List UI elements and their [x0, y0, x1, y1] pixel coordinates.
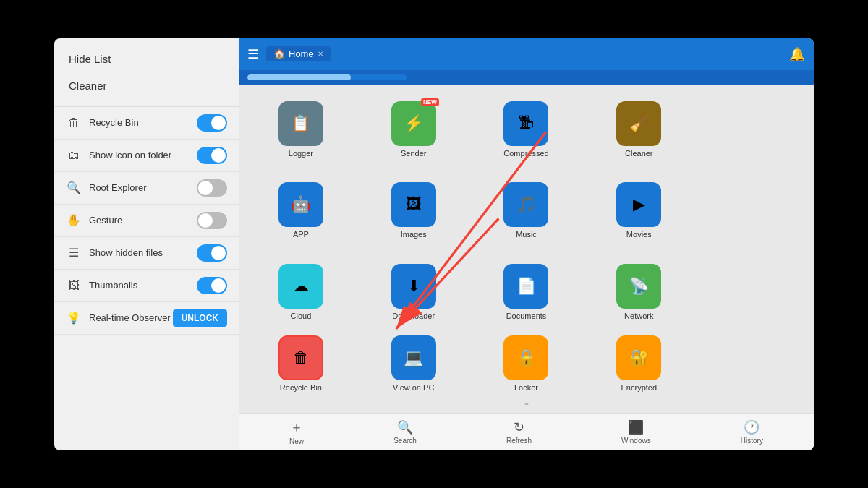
recycle-bin-app-icon: 🗑 — [278, 335, 323, 380]
app-item-sender[interactable]: ⚡ NEW Sender — [360, 92, 467, 168]
app-item-recycle[interactable]: 🗑 Recycle Bin — [247, 335, 354, 392]
root-explorer-toggle[interactable] — [197, 179, 227, 197]
logger-label: Logger — [289, 149, 313, 158]
sender-label: Sender — [401, 149, 426, 158]
new-label: New — [289, 437, 304, 445]
compressed-icon: 🗜 — [503, 101, 548, 146]
documents-icon: 📄 — [503, 264, 548, 309]
app-item-movies[interactable]: ▶ Movies — [585, 173, 692, 249]
bottom-item-refresh[interactable]: ↻ Refresh — [506, 419, 532, 445]
network-label: Network — [624, 312, 653, 320]
documents-label: Documents — [506, 312, 547, 320]
refresh-label: Refresh — [506, 437, 532, 445]
gesture-label: Gesture — [89, 215, 122, 226]
sidebar-item-recycle-bin: 🗑 Recycle Bin — [54, 107, 239, 140]
app-item-cloud[interactable]: ☁ Cloud — [247, 254, 354, 330]
thumbnails-toggle[interactable] — [197, 277, 227, 294]
history-label: History — [741, 437, 763, 445]
bottom-item-windows[interactable]: ⬛ Windows — [621, 419, 651, 445]
show-hidden-files-icon: ☰ — [66, 245, 82, 261]
show-icon-folder-toggle[interactable] — [197, 147, 227, 164]
gesture-toggle[interactable] — [197, 212, 227, 229]
movies-icon: ▶ — [616, 182, 661, 227]
hamburger-menu-icon[interactable]: ☰ — [247, 46, 259, 62]
app-item-logger[interactable]: 📋 Logger — [247, 92, 354, 168]
sidebar-item-left: 🗂 Show icon on folder — [66, 147, 171, 163]
root-explorer-label: Root Explorer — [89, 182, 146, 193]
app-item-music[interactable]: 🎵 Music — [473, 173, 580, 249]
sidebar-cleaner[interactable]: Cleaner — [54, 72, 239, 99]
sidebar-item-left: 💡 Real-time Observer — [66, 310, 171, 326]
recycle-bin-app-label: Recycle Bin — [280, 383, 322, 392]
app-item-viewonpc[interactable]: 💻 View on PC — [360, 335, 467, 392]
refresh-icon: ↻ — [514, 419, 524, 435]
downloader-icon: ⬇ — [391, 264, 436, 309]
sidebar-item-thumbnails: 🖼 Thumbnails — [54, 270, 239, 302]
logger-icon: 📋 — [278, 101, 323, 146]
app-icon: 🤖 — [278, 182, 323, 227]
search-icon: 🔍 — [397, 419, 413, 435]
app-item-compressed[interactable]: 🗜 Compressed — [473, 92, 580, 168]
sidebar-item-left: ✋ Gesture — [66, 213, 122, 228]
recycle-bin-label: Recycle Bin — [89, 117, 139, 128]
main-area: ☰ 🏠 Home ✕ 🔔 📋 Logger — [239, 38, 814, 450]
app-item-images[interactable]: 🖼 Images — [360, 173, 467, 249]
apps-grid: 📋 Logger ⚡ NEW Sender 🗜 Compressed — [239, 85, 814, 400]
recycle-bin-toggle[interactable] — [197, 114, 227, 132]
sidebar-item-left: ☰ Show hidden files — [66, 245, 163, 261]
locker-label: Locker — [514, 383, 538, 392]
show-hidden-files-label: Show hidden files — [89, 247, 163, 258]
windows-label: Windows — [621, 437, 651, 445]
sidebar: Hide List Cleaner 🗑 Recycle Bin 🗂 Show i… — [54, 38, 239, 450]
progress-bar-background — [247, 74, 407, 80]
encrypted-icon: 🔐 — [616, 335, 661, 380]
show-hidden-files-toggle[interactable] — [197, 244, 227, 262]
sidebar-item-show-hidden-files: ☰ Show hidden files — [54, 237, 239, 270]
realtime-observer-label: Real-time Observer — [89, 312, 171, 323]
sidebar-hide-list[interactable]: Hide List — [54, 46, 239, 72]
cloud-icon: ☁ — [278, 264, 323, 309]
viewonpc-icon: 💻 — [391, 335, 436, 380]
thumbnails-label: Thumbnails — [89, 280, 137, 291]
app-item-cleaner[interactable]: 🧹 Cleaner — [585, 92, 692, 168]
thumbnails-icon: 🖼 — [66, 278, 82, 294]
network-icon: 📡 — [616, 264, 661, 309]
movies-label: Movies — [626, 230, 652, 239]
viewonpc-label: View on PC — [393, 383, 434, 392]
compressed-label: Compressed — [503, 149, 548, 158]
bottom-item-search[interactable]: 🔍 Search — [393, 419, 417, 445]
home-icon: 🏠 — [273, 48, 285, 59]
sidebar-item-gesture: ✋ Gesture — [54, 205, 239, 237]
show-icon-folder-icon: 🗂 — [66, 147, 82, 163]
home-close-icon: ✕ — [318, 50, 323, 58]
show-icon-folder-label: Show icon on folder — [89, 150, 171, 160]
sidebar-item-left: 🔍 Root Explorer — [66, 180, 146, 196]
app-item-encrypted[interactable]: 🔐 Encrypted — [585, 335, 692, 392]
recycle-bin-icon: 🗑 — [66, 115, 82, 131]
cleaner-label: Cleaner — [625, 149, 653, 158]
home-badge[interactable]: 🏠 Home ✕ — [266, 46, 331, 61]
bell-icon[interactable]: 🔔 — [789, 46, 805, 62]
unlock-button[interactable]: UNLOCK — [173, 309, 227, 327]
app-item-app[interactable]: 🤖 APP — [247, 173, 354, 249]
locker-icon: 🔒 — [503, 335, 548, 380]
downloader-label: Downloader — [392, 312, 435, 320]
app-item-network[interactable]: 📡 Network — [585, 254, 692, 330]
bottom-bar: ＋ New 🔍 Search ↻ Refresh ⬛ Windows 🕐 His… — [239, 413, 814, 450]
windows-icon: ⬛ — [628, 419, 644, 435]
cloud-label: Cloud — [291, 312, 312, 320]
bottom-item-history[interactable]: 🕐 History — [741, 419, 763, 445]
music-icon: 🎵 — [503, 182, 548, 227]
new-icon: ＋ — [290, 419, 303, 436]
bottom-item-new[interactable]: ＋ New — [289, 419, 304, 445]
app-item-locker[interactable]: 🔒 Locker — [473, 335, 580, 392]
app-item-downloader[interactable]: ⬇ Downloader — [360, 254, 467, 330]
music-label: Music — [516, 230, 537, 239]
sidebar-item-left: 🗑 Recycle Bin — [66, 115, 139, 131]
images-label: Images — [401, 230, 427, 239]
history-icon: 🕐 — [744, 419, 760, 435]
scroll-up-indicator: ⌃ — [239, 400, 814, 413]
app-item-documents[interactable]: 📄 Documents — [473, 254, 580, 330]
sidebar-item-root-explorer: 🔍 Root Explorer — [54, 172, 239, 205]
sidebar-top-links: Hide List Cleaner — [54, 38, 239, 107]
